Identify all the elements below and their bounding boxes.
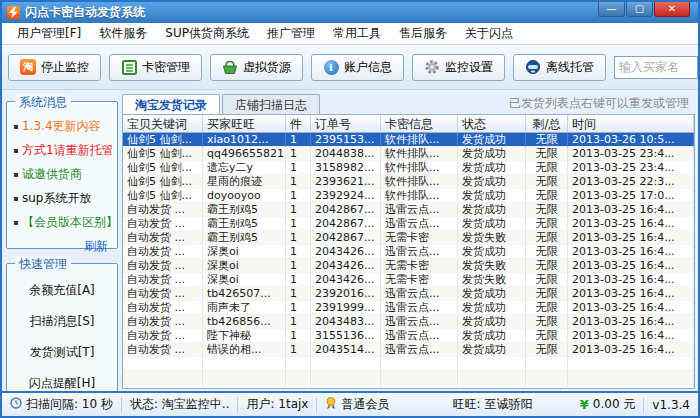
offline-host-button[interactable]: 离线托管 <box>513 54 606 81</box>
system-message-item[interactable]: 1.3.4更新内容 <box>14 118 112 135</box>
table-cell: 无需卡密 <box>381 231 458 245</box>
table-cell <box>568 371 694 385</box>
col-qty[interactable]: 件 <box>286 115 311 132</box>
tab-shop-scan-log[interactable]: 店铺扫描日志 <box>222 94 320 114</box>
col-keyword[interactable]: 宝贝关键词 <box>123 115 203 132</box>
balance-text: 0.00 元 <box>593 396 636 413</box>
menu-about[interactable]: 关于闪点 <box>456 23 522 44</box>
table-cell: 软件排队... <box>381 161 458 175</box>
menu-promotion[interactable]: 推广管理 <box>258 23 324 44</box>
table-cell: tb426856... <box>203 315 286 329</box>
table-cell <box>568 357 694 371</box>
table-cell: 自动发货 ... <box>123 329 203 343</box>
system-message-item[interactable]: 【会员版本区别】 <box>14 214 112 231</box>
table-cell: 2013-03-25 16:4... <box>568 329 694 343</box>
col-buyer[interactable]: 买家旺旺 <box>203 115 286 132</box>
table-cell: 1 <box>286 161 311 175</box>
table-cell: 无限 <box>526 231 568 245</box>
table-row[interactable]: 自动发货 ...tb426856...12043483...迅雷云点...发货成… <box>123 315 694 329</box>
table-row[interactable]: 仙剑5 仙剑...遗忘y二y13158982...软件排队...发货成功无限20… <box>123 161 694 175</box>
quick-item-delivery-test[interactable]: 发货测试[T] <box>12 344 112 361</box>
refresh-link[interactable]: 刷新 <box>12 238 112 255</box>
table-row[interactable]: 自动发货 ...霸王别鸡512042867...无需卡密发货失败无限2013-0… <box>123 231 694 245</box>
user-segment: 用户: 1tajx <box>238 397 317 413</box>
system-message-item[interactable]: sup系统开放 <box>14 190 112 207</box>
table-row[interactable]: 自动发货 ...霸王别鸡512042867...迅雷云点...发货成功无限201… <box>123 217 694 231</box>
table-cell: 3158982... <box>311 161 381 175</box>
table-cell: 发货失败 <box>458 273 526 287</box>
tabstrip: 淘宝发货记录 店铺扫描日志 已发货列表点右键可以重发或管理 <box>122 93 695 114</box>
table-row[interactable]: 自动发货 ...霸王别鸡512042867...迅雷云点...发货成功无限201… <box>123 203 694 217</box>
search-area: 查单 <box>614 55 700 80</box>
system-messages-title: 系统消息 <box>15 94 71 111</box>
table-cell: 自动发货 ... <box>123 217 203 231</box>
system-message-label: 诚邀供货商 <box>22 166 82 183</box>
table-cell: 无限 <box>526 259 568 273</box>
table-cell: 2042867... <box>311 231 381 245</box>
system-message-item[interactable]: 诚邀供货商 <box>14 166 112 183</box>
table-cell <box>123 357 203 371</box>
table-row[interactable]: 自动发货 ...错误的相...12043514...迅雷云点...发货成功无限2… <box>123 343 694 357</box>
table-row[interactable]: 自动发货 ...陛下神秘13155136...迅雷云点...发货成功无限2013… <box>123 329 694 343</box>
monitor-settings-button[interactable]: 监控设置 <box>412 54 505 81</box>
titlebar: 闪点卡密自动发货系统 — ▢ ✕ <box>2 2 698 23</box>
table-cell: 2393621... <box>311 175 381 189</box>
table-cell: 1 <box>286 175 311 189</box>
menu-common-tools[interactable]: 常用工具 <box>324 23 390 44</box>
col-order-no[interactable]: 订单号 <box>311 115 381 132</box>
stop-monitor-button[interactable]: 淘 停止监控 <box>8 54 101 81</box>
card-manage-button[interactable]: 卡密管理 <box>109 54 202 81</box>
system-message-item[interactable]: 方式1请重新托管 <box>14 142 112 159</box>
account-info-button[interactable]: i 账户信息 <box>311 54 404 81</box>
main-panel: 淘宝发货记录 店铺扫描日志 已发货列表点右键可以重发或管理 宝贝关键词 买家旺旺… <box>122 93 695 389</box>
table-cell: 2043426... <box>311 245 381 259</box>
table-cell: 仙剑5 仙剑... <box>123 189 203 203</box>
table-row[interactable]: 仙剑5 仙剑...星雨的痕迹12393621...软件排队...发货成功无限20… <box>123 175 694 189</box>
table-cell: 1 <box>286 217 311 231</box>
col-time[interactable]: 时间 <box>568 115 694 132</box>
virtual-source-button[interactable]: 虚拟货源 <box>210 54 303 81</box>
table-cell <box>123 385 203 388</box>
table-cell: 1 <box>286 315 311 329</box>
quick-item-recharge[interactable]: 余额充值[A] <box>12 282 112 299</box>
tab-taobao-delivery-record[interactable]: 淘宝发货记录 <box>122 94 220 114</box>
quick-item-scan-message[interactable]: 扫描消息[S] <box>12 313 112 330</box>
table-cell: 2013-03-25 16:4... <box>568 259 694 273</box>
table-row[interactable]: 自动发货 ...深奥oi12043426...无需卡密发货失败无限2013-03… <box>123 259 694 273</box>
bullet-icon <box>14 197 18 201</box>
quick-item-reminder[interactable]: 闪点提醒[H] <box>12 375 112 391</box>
offline-host-label: 离线托管 <box>546 59 594 76</box>
table-row[interactable]: 自动发货 ...深奥oi12043426...无需卡密发货失败无限2013-03… <box>123 273 694 287</box>
table-cell: 无限 <box>526 329 568 343</box>
table-row[interactable]: 仙剑5 仙剑...doyooyoo12392924...软件排队...发货成功无… <box>123 189 694 203</box>
table-cell: 仙剑5 仙剑... <box>123 175 203 189</box>
table-row[interactable]: 自动发货 ...tb426507...12392016...迅雷云点...发货成… <box>123 287 694 301</box>
col-remaining[interactable]: 剩/总 <box>526 115 568 132</box>
table-cell: 发货成功 <box>458 203 526 217</box>
table-cell: 自动发货 ... <box>123 301 203 315</box>
menubar: 用户管理[F] 软件服务 SUP供货商系统 推广管理 常用工具 售后服务 关于闪… <box>2 23 698 45</box>
empty-table-row <box>123 385 694 388</box>
table-cell <box>381 357 458 371</box>
col-status[interactable]: 状态 <box>458 115 526 132</box>
table-cell: 2013-03-25 22:3... <box>568 175 694 189</box>
table-row[interactable]: 仙剑5 仙剑...qq49665582112044838...软件排队...发货… <box>123 147 694 161</box>
close-button[interactable]: ✕ <box>654 2 690 17</box>
table-cell: 2013-03-25 16:4... <box>568 273 694 287</box>
table-cell: tb426507... <box>203 287 286 301</box>
table-cell <box>381 385 458 388</box>
table-row[interactable]: 自动发货 ...深奥oi12043426...迅雷云点...发货成功无限2013… <box>123 245 694 259</box>
table-row[interactable]: 仙剑5 仙剑...xiao1012...12395153...软件排队...发货… <box>123 133 694 147</box>
menu-user-manage[interactable]: 用户管理[F] <box>8 23 90 44</box>
menu-software-service[interactable]: 软件服务 <box>90 23 156 44</box>
minimize-button[interactable]: — <box>598 2 625 17</box>
menu-sup-supplier[interactable]: SUP供货商系统 <box>156 23 258 44</box>
maximize-button[interactable]: ▢ <box>626 2 653 17</box>
window-controls: — ▢ ✕ <box>597 2 690 17</box>
col-card-info[interactable]: 卡密信息 <box>381 115 458 132</box>
menu-after-sale[interactable]: 售后服务 <box>390 23 456 44</box>
search-input[interactable] <box>614 56 698 79</box>
content-area: 系统消息 1.3.4更新内容方式1请重新托管诚邀供货商sup系统开放【会员版本区… <box>2 90 698 391</box>
table-cell <box>286 371 311 385</box>
table-row[interactable]: 自动发货 ...雨声未了12391999...迅雷云点...发货成功无限2013… <box>123 301 694 315</box>
